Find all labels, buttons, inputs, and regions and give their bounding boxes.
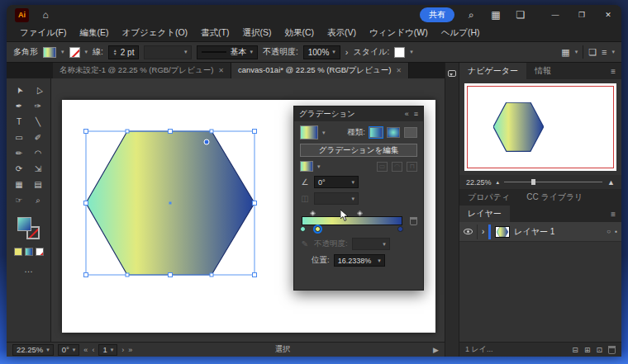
zoom-out-icon[interactable]: ▴ (497, 179, 500, 186)
menu-file[interactable]: ファイル(F) (13, 27, 73, 39)
gradient-thumb-caret-icon[interactable]: ▾ (322, 130, 326, 136)
type-tool[interactable]: T (11, 115, 27, 129)
zoom-in-icon[interactable]: ▲ (607, 178, 615, 187)
menu-type[interactable]: 書式(T) (194, 27, 236, 39)
gradient-angle-field[interactable]: 0° ▾ (314, 176, 359, 188)
layer-name[interactable]: レイヤー 1 (514, 226, 554, 238)
first-artboard-icon[interactable]: « (83, 346, 88, 354)
gradient-tool[interactable]: ▤ (30, 177, 46, 191)
menu-window[interactable]: ウィンドウ(W) (363, 27, 435, 39)
tab-close-icon[interactable]: ✕ (218, 67, 224, 74)
rotation-dropdown[interactable]: 0° ▾ (58, 344, 80, 356)
menu-help[interactable]: ヘルプ(H) (435, 27, 487, 39)
make-mask-icon[interactable]: ⊟ (572, 346, 578, 354)
zoom-dropdown[interactable]: 22.25% ▾ (12, 344, 54, 356)
previous-artboard-icon[interactable]: ‹ (92, 346, 94, 354)
home-icon[interactable]: ⌂ (37, 9, 54, 21)
visibility-eye-icon[interactable] (464, 229, 473, 234)
share-button[interactable]: 共有 (420, 7, 454, 22)
delete-layer-icon[interactable] (608, 346, 616, 354)
layer-row[interactable]: › レイヤー 1 (459, 222, 621, 242)
menu-object[interactable]: オブジェクト(O) (115, 27, 194, 39)
search-icon[interactable]: ⌕ (463, 9, 479, 21)
navigator-panel-menu-icon[interactable]: ≡ (605, 63, 621, 79)
gradient-panel-header[interactable]: グラデーション « ≡ (294, 106, 423, 121)
menu-edit[interactable]: 編集(E) (73, 27, 115, 39)
gradient-slider[interactable] (300, 209, 406, 234)
panel-options-icon[interactable]: ≡ (602, 47, 607, 57)
pen-tool[interactable]: ✒ (11, 99, 27, 113)
maximize-button[interactable]: ❐ (569, 5, 595, 25)
navigator-zoom-value[interactable]: 22.25% (466, 178, 492, 187)
navigator-preview[interactable] (464, 83, 616, 171)
tab-info[interactable]: 情報 (526, 63, 559, 79)
scale-tool[interactable]: ⇲ (30, 162, 46, 176)
curvature-tool[interactable]: ✑ (30, 99, 46, 113)
style-caret-icon[interactable]: ▾ (410, 49, 413, 55)
last-artboard-icon[interactable]: » (128, 346, 132, 354)
shaper-tool[interactable]: ◠ (30, 146, 46, 160)
line-segment-tool[interactable]: ╲ (30, 115, 46, 129)
fill-stroke-indicator[interactable] (17, 217, 40, 239)
gradient-midpoint[interactable] (357, 210, 363, 216)
radial-gradient-icon[interactable] (387, 127, 400, 138)
navigator-zoom-slider[interactable] (504, 182, 602, 182)
document-tab-canvas01[interactable]: canvas-01ai* @ 22.25 % (RGB/プレビュー) ✕ (231, 63, 409, 78)
selection-tool[interactable]: ➤ (11, 83, 27, 97)
gradient-ramp[interactable] (302, 216, 402, 225)
tab-close-icon[interactable]: ✕ (396, 67, 402, 74)
edit-toolbar-ellipsis[interactable]: … (24, 264, 33, 274)
new-sublayer-icon[interactable]: ⊞ (584, 346, 591, 354)
fill-caret-icon[interactable]: ▾ (61, 49, 64, 55)
panel-menu-icon[interactable]: ≡ (414, 110, 418, 118)
new-layer-icon[interactable]: ⊡ (596, 346, 602, 354)
canvas[interactable]: グラデーション « ≡ ▾ 種類: (51, 78, 445, 342)
edit-gradient-button[interactable]: グラデーションを編集 (300, 144, 417, 157)
stroke-caret-icon[interactable]: ▾ (85, 49, 88, 55)
document-tab-untitled[interactable]: 名称未設定-1 @ 22.25 % (RGB/プレビュー) ✕ (53, 63, 231, 78)
layer-thumbnail[interactable] (495, 226, 510, 238)
menu-select[interactable]: 選択(S) (236, 27, 278, 39)
hand-tool[interactable]: ☞ (11, 193, 27, 207)
artboard-number-dropdown[interactable]: 1 ▾ (98, 344, 117, 356)
pencil-tool[interactable]: ✏ (11, 146, 27, 160)
expand-chevron-icon[interactable]: › (482, 227, 484, 236)
linear-gradient-icon[interactable] (369, 127, 383, 138)
gradient-button[interactable] (25, 248, 33, 256)
opacity-field[interactable]: 100% ▾ (303, 45, 340, 59)
tab-properties[interactable]: プロパティ (459, 189, 518, 206)
menu-view[interactable]: 表示(V) (321, 27, 363, 39)
color-button[interactable] (14, 248, 22, 256)
next-artboard-icon[interactable]: › (121, 346, 124, 354)
document-setup-icon[interactable]: ▦ (561, 47, 569, 58)
preferences-icon[interactable]: ❏ (588, 47, 597, 58)
fill-indicator[interactable] (17, 217, 31, 231)
workspace-switcher-icon[interactable]: ▦ (488, 9, 504, 21)
layer-target-icon[interactable]: ○ (607, 228, 611, 235)
gradient-fill-thumbnail[interactable] (300, 125, 318, 139)
tab-navigator[interactable]: ナビゲーター (459, 63, 526, 79)
rotate-tool[interactable]: ⟳ (11, 162, 27, 176)
tab-layers[interactable]: レイヤー (459, 206, 510, 222)
collapse-panel-icon[interactable]: « (405, 110, 409, 118)
zoom-tool[interactable]: ⌕ (30, 193, 46, 207)
zoom-slider-thumb[interactable] (531, 179, 535, 185)
none-button[interactable] (36, 248, 44, 256)
direct-selection-tool[interactable]: ▷ (30, 83, 46, 97)
minimize-button[interactable]: — (542, 5, 569, 25)
fill-color-swatch[interactable] (43, 47, 56, 58)
stroke-weight-field[interactable]: ▲▼ 2 pt (108, 45, 140, 59)
close-button[interactable]: ✕ (595, 5, 621, 25)
comment-icon[interactable] (448, 70, 456, 77)
gradient-midpoint[interactable] (310, 210, 316, 216)
layers-panel-menu-icon[interactable]: ≡ (605, 206, 621, 222)
style-swatch[interactable] (394, 47, 405, 58)
brush-definition-dropdown[interactable]: 基本 ▾ (197, 45, 258, 59)
paintbrush-tool[interactable]: ✐ (30, 130, 46, 144)
menu-effect[interactable]: 効果(C) (278, 27, 321, 39)
freeform-gradient-icon[interactable] (404, 127, 417, 138)
gradient-stroke-thumbnail[interactable] (300, 161, 313, 172)
gradient-stop-start[interactable] (300, 226, 306, 232)
mesh-tool[interactable]: ▦ (11, 177, 27, 191)
rectangle-tool[interactable]: ▭ (11, 130, 27, 144)
